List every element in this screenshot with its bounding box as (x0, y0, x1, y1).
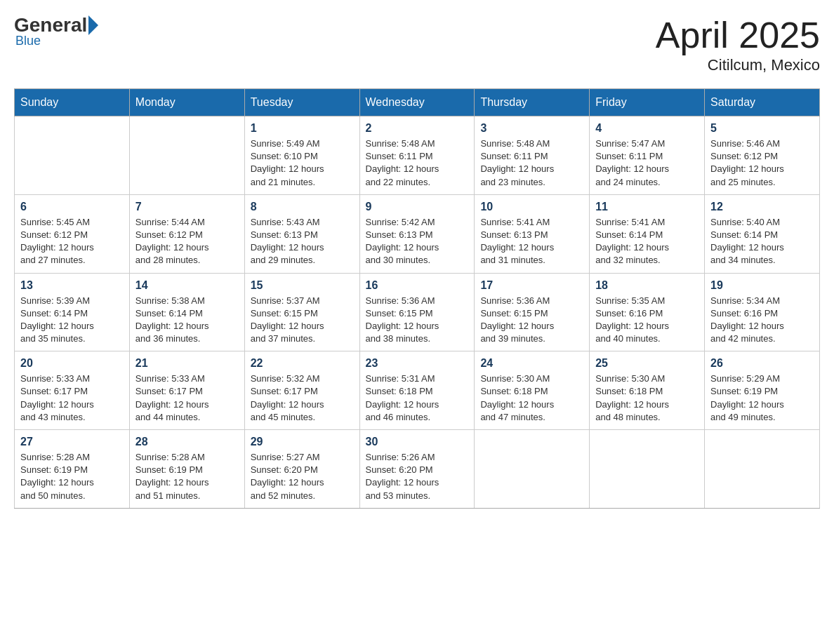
calendar-cell: 16Sunrise: 5:36 AMSunset: 6:15 PMDayligh… (359, 273, 475, 351)
calendar-cell: 1Sunrise: 5:49 AMSunset: 6:10 PMDaylight… (244, 116, 359, 195)
calendar-cell: 30Sunrise: 5:26 AMSunset: 6:20 PMDayligh… (359, 430, 475, 509)
logo: General Blue (14, 14, 100, 48)
day-info: Sunrise: 5:42 AMSunset: 6:13 PMDaylight:… (366, 216, 469, 267)
day-info: Sunrise: 5:32 AMSunset: 6:17 PMDaylight:… (251, 373, 354, 424)
day-number: 13 (20, 279, 124, 292)
day-number: 27 (20, 436, 124, 448)
day-number: 20 (20, 357, 124, 370)
calendar-cell (590, 430, 705, 509)
day-number: 15 (251, 279, 354, 292)
calendar-body: 1Sunrise: 5:49 AMSunset: 6:10 PMDaylight… (15, 116, 820, 509)
calendar-cell: 15Sunrise: 5:37 AMSunset: 6:15 PMDayligh… (244, 273, 359, 351)
calendar-cell: 10Sunrise: 5:41 AMSunset: 6:13 PMDayligh… (475, 194, 590, 273)
logo-triangle-icon (88, 15, 98, 35)
day-info: Sunrise: 5:28 AMSunset: 6:19 PMDaylight:… (135, 451, 239, 502)
calendar-cell: 5Sunrise: 5:46 AMSunset: 6:12 PMDaylight… (705, 116, 820, 195)
calendar-week-row: 13Sunrise: 5:39 AMSunset: 6:14 PMDayligh… (15, 273, 820, 351)
calendar-cell: 14Sunrise: 5:38 AMSunset: 6:14 PMDayligh… (129, 273, 244, 351)
calendar-cell: 7Sunrise: 5:44 AMSunset: 6:12 PMDaylight… (129, 194, 244, 273)
day-of-week-header: Friday (590, 89, 705, 116)
day-info: Sunrise: 5:36 AMSunset: 6:15 PMDaylight:… (366, 295, 469, 346)
day-info: Sunrise: 5:31 AMSunset: 6:18 PMDaylight:… (366, 373, 469, 424)
day-number: 23 (366, 357, 469, 370)
day-info: Sunrise: 5:30 AMSunset: 6:18 PMDaylight:… (595, 373, 699, 424)
day-info: Sunrise: 5:40 AMSunset: 6:14 PMDaylight:… (710, 216, 814, 267)
calendar-cell: 24Sunrise: 5:30 AMSunset: 6:18 PMDayligh… (475, 351, 590, 430)
day-number: 19 (710, 279, 814, 292)
day-info: Sunrise: 5:47 AMSunset: 6:11 PMDaylight:… (595, 137, 699, 189)
day-of-week-header: Wednesday (359, 89, 475, 116)
day-of-week-header: Tuesday (244, 89, 359, 116)
logo-blue: Blue (15, 34, 41, 48)
calendar-week-row: 27Sunrise: 5:28 AMSunset: 6:19 PMDayligh… (15, 430, 820, 509)
day-number: 2 (366, 122, 469, 135)
day-number: 10 (480, 201, 583, 213)
day-of-week-header: Saturday (705, 89, 820, 116)
day-info: Sunrise: 5:36 AMSunset: 6:15 PMDaylight:… (480, 295, 583, 346)
page-header: General Blue April 2025 Citilcum, Mexico (14, 14, 820, 74)
calendar-cell: 6Sunrise: 5:45 AMSunset: 6:12 PMDaylight… (15, 194, 130, 273)
calendar-cell: 29Sunrise: 5:27 AMSunset: 6:20 PMDayligh… (244, 430, 359, 509)
title-section: April 2025 Citilcum, Mexico (656, 14, 820, 74)
calendar-week-row: 20Sunrise: 5:33 AMSunset: 6:17 PMDayligh… (15, 351, 820, 430)
day-number: 7 (135, 201, 239, 213)
calendar-cell: 3Sunrise: 5:48 AMSunset: 6:11 PMDaylight… (475, 116, 590, 195)
day-number: 6 (20, 201, 124, 213)
day-of-week-header: Thursday (475, 89, 590, 116)
day-number: 17 (480, 279, 583, 292)
day-info: Sunrise: 5:39 AMSunset: 6:14 PMDaylight:… (20, 295, 124, 346)
calendar-cell: 9Sunrise: 5:42 AMSunset: 6:13 PMDaylight… (359, 194, 475, 273)
day-info: Sunrise: 5:30 AMSunset: 6:18 PMDaylight:… (480, 373, 583, 424)
calendar-cell: 21Sunrise: 5:33 AMSunset: 6:17 PMDayligh… (129, 351, 244, 430)
day-number: 26 (710, 357, 814, 370)
calendar-cell: 22Sunrise: 5:32 AMSunset: 6:17 PMDayligh… (244, 351, 359, 430)
calendar-cell (705, 430, 820, 509)
calendar-subtitle: Citilcum, Mexico (656, 56, 820, 74)
calendar-cell: 18Sunrise: 5:35 AMSunset: 6:16 PMDayligh… (590, 273, 705, 351)
day-info: Sunrise: 5:29 AMSunset: 6:19 PMDaylight:… (710, 373, 814, 424)
day-info: Sunrise: 5:28 AMSunset: 6:19 PMDaylight:… (20, 451, 124, 502)
day-info: Sunrise: 5:44 AMSunset: 6:12 PMDaylight:… (135, 216, 239, 267)
calendar-table: SundayMondayTuesdayWednesdayThursdayFrid… (14, 88, 820, 509)
header-row: SundayMondayTuesdayWednesdayThursdayFrid… (15, 89, 820, 116)
day-number: 29 (251, 436, 354, 448)
day-number: 9 (366, 201, 469, 213)
day-info: Sunrise: 5:34 AMSunset: 6:16 PMDaylight:… (710, 295, 814, 346)
calendar-cell: 4Sunrise: 5:47 AMSunset: 6:11 PMDaylight… (590, 116, 705, 195)
day-info: Sunrise: 5:33 AMSunset: 6:17 PMDaylight:… (135, 373, 239, 424)
day-info: Sunrise: 5:37 AMSunset: 6:15 PMDaylight:… (251, 295, 354, 346)
day-info: Sunrise: 5:45 AMSunset: 6:12 PMDaylight:… (20, 216, 124, 267)
day-info: Sunrise: 5:38 AMSunset: 6:14 PMDaylight:… (135, 295, 239, 346)
day-number: 5 (710, 122, 814, 135)
calendar-cell (129, 116, 244, 195)
calendar-week-row: 1Sunrise: 5:49 AMSunset: 6:10 PMDaylight… (15, 116, 820, 195)
day-info: Sunrise: 5:49 AMSunset: 6:10 PMDaylight:… (251, 137, 354, 189)
day-number: 25 (595, 357, 699, 370)
calendar-cell: 20Sunrise: 5:33 AMSunset: 6:17 PMDayligh… (15, 351, 130, 430)
calendar-cell: 26Sunrise: 5:29 AMSunset: 6:19 PMDayligh… (705, 351, 820, 430)
calendar-cell: 8Sunrise: 5:43 AMSunset: 6:13 PMDaylight… (244, 194, 359, 273)
calendar-cell: 13Sunrise: 5:39 AMSunset: 6:14 PMDayligh… (15, 273, 130, 351)
day-number: 11 (595, 201, 699, 213)
day-info: Sunrise: 5:41 AMSunset: 6:13 PMDaylight:… (480, 216, 583, 267)
calendar-cell: 2Sunrise: 5:48 AMSunset: 6:11 PMDaylight… (359, 116, 475, 195)
day-number: 22 (251, 357, 354, 370)
calendar-cell: 28Sunrise: 5:28 AMSunset: 6:19 PMDayligh… (129, 430, 244, 509)
day-number: 8 (251, 201, 354, 213)
day-number: 4 (595, 122, 699, 135)
calendar-cell: 27Sunrise: 5:28 AMSunset: 6:19 PMDayligh… (15, 430, 130, 509)
day-number: 30 (366, 436, 469, 448)
day-of-week-header: Sunday (15, 89, 130, 116)
calendar-week-row: 6Sunrise: 5:45 AMSunset: 6:12 PMDaylight… (15, 194, 820, 273)
day-info: Sunrise: 5:43 AMSunset: 6:13 PMDaylight:… (251, 216, 354, 267)
day-info: Sunrise: 5:41 AMSunset: 6:14 PMDaylight:… (595, 216, 699, 267)
day-info: Sunrise: 5:35 AMSunset: 6:16 PMDaylight:… (595, 295, 699, 346)
day-number: 16 (366, 279, 469, 292)
calendar-cell: 11Sunrise: 5:41 AMSunset: 6:14 PMDayligh… (590, 194, 705, 273)
calendar-cell (15, 116, 130, 195)
day-number: 3 (480, 122, 583, 135)
calendar-cell: 23Sunrise: 5:31 AMSunset: 6:18 PMDayligh… (359, 351, 475, 430)
day-number: 28 (135, 436, 239, 448)
calendar-cell: 19Sunrise: 5:34 AMSunset: 6:16 PMDayligh… (705, 273, 820, 351)
day-info: Sunrise: 5:26 AMSunset: 6:20 PMDaylight:… (366, 451, 469, 502)
